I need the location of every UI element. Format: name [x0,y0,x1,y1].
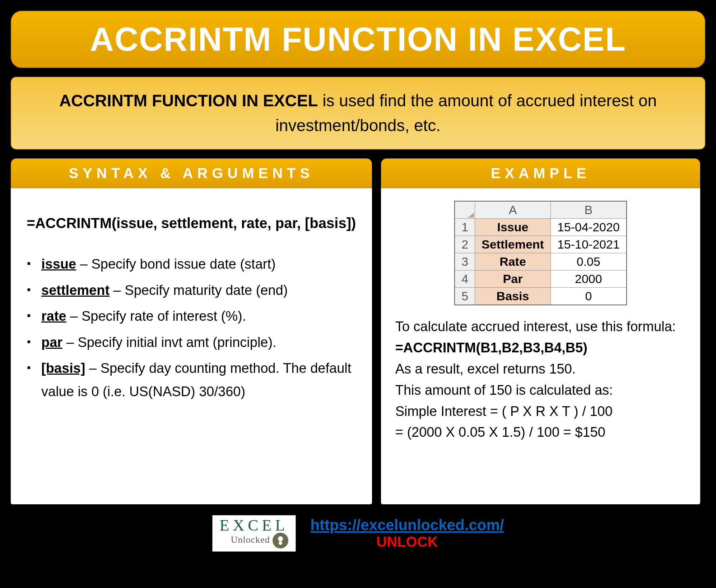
table-row: 4 Par 2000 [455,270,627,288]
row-num: 3 [455,253,475,270]
title-banner: ACCRINTM FUNCTION IN EXCEL [11,11,705,68]
example-calc-formula: Simple Interest = ( P X R X T ) / 100 [395,401,686,422]
arg-desc: – Specify day counting method. The defau… [41,361,351,399]
cell-value: 0 [550,288,626,305]
col-header-a: A [475,201,551,219]
website-link[interactable]: https://excelunlocked.com/ [310,517,504,533]
cell-label: Basis [475,288,551,305]
arg-desc: – Specify rate of interest (%). [66,309,246,324]
syntax-header: SYNTAX & ARGUMENTS [11,158,372,188]
arg-name: rate [41,309,66,324]
example-body: A B 1 Issue 15-04-2020 2 Settlement 15-1… [381,188,701,504]
example-formula: =ACCRINTM(B1,B2,B3,B4,B5) [395,337,686,358]
col-header-b: B [550,201,626,219]
cell-label: Settlement [475,236,551,253]
arg-name: issue [41,256,76,272]
table-row: 1 Issue 15-04-2020 [455,219,627,236]
cell-value: 15-10-2021 [550,236,626,253]
logo: EXCEL Unlocked [212,515,296,552]
arg-desc: – Specify maturity date (end) [110,283,288,298]
footer-links: https://excelunlocked.com/ UNLOCK [310,517,504,550]
description-bold: ACCRINTM FUNCTION IN EXCEL [59,91,318,110]
example-calc-intro: This amount of 150 is calculated as: [395,380,686,401]
example-header: EXAMPLE [381,158,701,188]
arg-name: settlement [41,283,110,298]
example-result: As a result, excel returns 150. [395,358,686,380]
page-title: ACCRINTM FUNCTION IN EXCEL [26,20,690,58]
cell-value: 15-04-2020 [550,219,626,236]
row-num: 5 [455,288,475,305]
syntax-body: =ACCRINTM(issue, settlement, rate, par, … [11,188,372,504]
columns: SYNTAX & ARGUMENTS =ACCRINTM(issue, sett… [11,158,705,504]
logo-main-text: EXCEL [220,518,289,533]
cell-value: 0.05 [550,253,626,270]
arg-item: [basis] – Specify day counting method. T… [25,357,358,403]
syntax-formula: =ACCRINTM(issue, settlement, rate, par, … [25,212,358,235]
arg-desc: – Specify bond issue date (start) [76,256,276,272]
arg-desc: – Specify initial invt amt (principle). [62,335,276,350]
table-row: 5 Basis 0 [455,288,627,305]
example-text: To calculate accrued interest, use this … [395,316,686,443]
example-column: EXAMPLE A B 1 Issue 15-04-2020 2 Settlem… [381,158,701,504]
example-calc-sub: = (2000 X 0.05 X 1.5) / 100 = $150 [395,422,686,443]
arg-name: [basis] [41,361,85,376]
example-table: A B 1 Issue 15-04-2020 2 Settlement 15-1… [454,201,627,305]
keyhole-icon [273,533,288,548]
cell-label: Rate [475,253,551,270]
row-num: 2 [455,236,475,253]
unlock-label: UNLOCK [310,534,504,550]
arg-item: par – Specify initial invt amt (principl… [25,331,358,354]
row-num: 1 [455,219,475,236]
logo-sub-text: Unlocked [231,534,270,545]
argument-list: issue – Specify bond issue date (start) … [25,253,358,403]
row-num: 4 [455,270,475,288]
arg-item: settlement – Specify maturity date (end) [25,279,358,302]
description-text: is used find the amount of accrued inter… [275,91,657,135]
cell-label: Par [475,270,551,288]
table-row: 2 Settlement 15-10-2021 [455,236,627,253]
arg-item: issue – Specify bond issue date (start) [25,253,358,276]
cell-value: 2000 [550,270,626,288]
example-intro: To calculate accrued interest, use this … [395,316,686,337]
arg-name: par [41,335,62,350]
arg-item: rate – Specify rate of interest (%). [25,305,358,328]
description-box: ACCRINTM FUNCTION IN EXCEL is used find … [11,77,705,149]
table-corner [455,201,475,219]
cell-label: Issue [475,219,551,236]
table-row: 3 Rate 0.05 [455,253,627,270]
footer: EXCEL Unlocked https://excelunlocked.com… [11,511,705,552]
syntax-column: SYNTAX & ARGUMENTS =ACCRINTM(issue, sett… [11,158,372,504]
